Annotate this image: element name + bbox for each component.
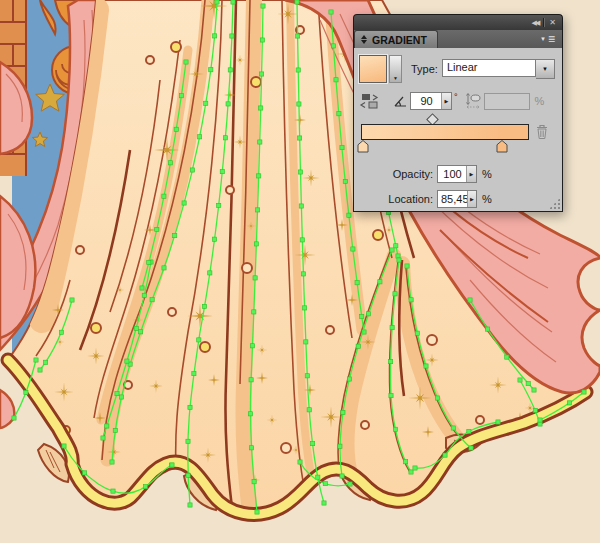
angle-value: 90 [411,93,441,109]
illustrator-canvas: ◀◀ ✕ GRADIENT ▼ ≡ ▼ Type: Linear ▼ [0,0,600,543]
panel-tab-row: GRADIENT ▼ ≡ [353,30,563,48]
aspect-ratio-icon [465,92,482,110]
location-stepper[interactable]: ▶ [467,191,476,207]
type-value: Linear [442,59,536,77]
gradient-stop-left[interactable] [357,140,369,153]
opacity-percent: % [482,168,492,180]
angle-row: 90 ▶ ° % [359,92,557,110]
gradient-fill-swatch[interactable] [359,55,387,83]
type-dropdown-button[interactable]: ▼ [536,59,555,79]
reverse-gradient-icon[interactable] [359,93,380,110]
close-button[interactable]: ✕ [549,19,556,27]
opacity-stepper[interactable]: ▶ [466,166,476,182]
collapse-to-icons-button[interactable]: ◀◀ [532,19,539,26]
gradient-stop-right[interactable] [496,140,508,153]
titlebar-divider [543,18,544,27]
panel-content: ▼ Type: Linear ▼ 90 ▶ ° [353,48,563,212]
opacity-label: Opacity: [359,168,433,180]
degree-symbol: ° [454,92,458,102]
tab-label: GRADIENT [372,34,427,46]
tab-gradient[interactable]: GRADIENT [354,30,438,48]
opacity-row: Opacity: 100 ▶ % [359,165,557,183]
chevron-down-icon: ▼ [393,74,398,82]
chevron-down-icon: ▼ [542,66,548,72]
opacity-value: 100 [438,166,466,182]
trash-icon[interactable] [535,124,549,140]
location-row: Location: 85,45 ▶ % [359,190,557,208]
angle-stepper[interactable]: ▶ [441,93,451,109]
menu-arrow-icon: ▼ [540,36,546,42]
cycle-panel-icon [361,35,367,44]
location-value: 85,45 [438,191,467,207]
angle-icon [394,95,407,107]
gradient-swatch-dropdown[interactable]: ▼ [389,55,402,83]
type-row: ▼ Type: Linear ▼ [359,55,557,83]
location-label: Location: [359,193,433,205]
aspect-percent: % [535,95,545,107]
menu-lines-icon: ≡ [548,33,555,45]
location-field[interactable]: 85,45 ▶ [437,190,477,208]
type-label: Type: [411,63,438,75]
gradient-stops [361,140,527,154]
panel-menu-button[interactable]: ▼ ≡ [540,33,562,48]
gradient-panel: ◀◀ ✕ GRADIENT ▼ ≡ ▼ Type: Linear ▼ [353,14,563,212]
location-percent: % [482,193,492,205]
panel-titlebar: ◀◀ ✕ [353,14,563,30]
aspect-field [484,93,530,110]
type-dropdown[interactable]: Linear ▼ [442,59,555,79]
opacity-field[interactable]: 100 ▶ [437,165,477,183]
gradient-bar[interactable] [361,124,529,140]
gradient-slider [359,114,557,156]
angle-field[interactable]: 90 ▶ [410,92,452,110]
